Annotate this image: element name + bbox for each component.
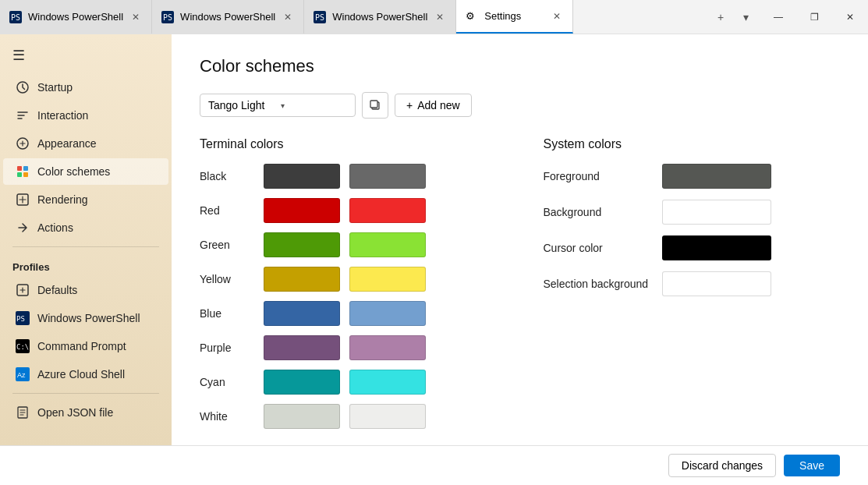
sidebar-item-startup[interactable]: Startup: [3, 74, 168, 101]
add-new-scheme-button[interactable]: + Add new: [395, 94, 472, 117]
system-color-swatch-cursor-color[interactable]: [662, 235, 771, 260]
new-tab-button[interactable]: +: [709, 5, 732, 29]
tab-icon-settings: ⚙: [466, 10, 478, 23]
color-swatch-bright-black[interactable]: [349, 164, 426, 189]
svg-text:Az: Az: [17, 371, 26, 379]
appearance-label: Appearance: [37, 137, 97, 150]
colorschemes-icon: [16, 165, 30, 179]
tab4-label: Settings: [484, 10, 544, 22]
color-label-purple: Purple: [200, 342, 254, 354]
save-button[interactable]: Save: [784, 455, 840, 476]
plus-icon: +: [406, 99, 413, 112]
svg-text:PS: PS: [11, 13, 20, 22]
color-swatch-dark-black[interactable]: [264, 164, 340, 189]
terminal-color-row: Purple: [200, 335, 497, 360]
color-swatch-bright-blue[interactable]: [349, 301, 426, 326]
appearance-icon: [16, 136, 30, 150]
sidebar-item-open-json[interactable]: Open JSON file: [3, 399, 168, 426]
rendering-label: Rendering: [37, 193, 88, 206]
system-color-swatch-foreground[interactable]: [662, 164, 771, 189]
tab-powershell-1[interactable]: PS Windows PowerShell ✕: [0, 0, 152, 34]
tab1-label: Windows PowerShell: [28, 11, 123, 23]
actions-icon: [16, 221, 30, 235]
tab3-label: Windows PowerShell: [332, 11, 427, 23]
color-label-white: White: [200, 410, 254, 423]
tab-settings[interactable]: ⚙ Settings ✕: [456, 0, 573, 34]
terminal-color-row: Red: [200, 198, 497, 223]
discard-changes-button[interactable]: Discard changes: [668, 454, 776, 477]
color-swatch-bright-purple[interactable]: [349, 335, 426, 360]
color-swatch-bright-cyan[interactable]: [349, 370, 426, 395]
scheme-dropdown[interactable]: Tango Light ▾: [200, 94, 356, 117]
terminal-colors-title: Terminal colors: [200, 137, 497, 151]
tab1-close-icon[interactable]: ✕: [129, 11, 142, 23]
maximize-button[interactable]: ❐: [796, 0, 832, 34]
system-color-label-cursor-color: Cursor color: [544, 242, 653, 254]
color-swatch-dark-red[interactable]: [264, 198, 340, 223]
color-swatch-dark-white[interactable]: [264, 404, 340, 429]
sidebar-item-windows-powershell[interactable]: PS Windows PowerShell: [3, 305, 168, 331]
tab-icon-ps1: PS: [9, 11, 22, 23]
sidebar: ☰ Startup Interaction Appearance Color s…: [0, 34, 172, 445]
titlebar: PS Windows PowerShell ✕ PS Windows Power…: [0, 0, 868, 34]
svg-rect-21: [370, 101, 377, 108]
color-swatch-dark-blue[interactable]: [264, 301, 340, 326]
json-icon: [16, 405, 30, 420]
close-button[interactable]: ✕: [832, 0, 868, 34]
sidebar-item-interaction[interactable]: Interaction: [3, 102, 168, 129]
startup-icon: [16, 80, 30, 94]
tab-powershell-3[interactable]: PS Windows PowerShell ✕: [304, 0, 456, 34]
color-swatch-dark-green[interactable]: [264, 232, 340, 257]
tab3-close-icon[interactable]: ✕: [434, 11, 446, 23]
color-swatch-dark-cyan[interactable]: [264, 370, 340, 395]
sidebar-item-command-prompt[interactable]: C:\ Command Prompt: [3, 333, 168, 359]
color-swatch-bright-green[interactable]: [349, 232, 426, 257]
terminal-color-row: White: [200, 404, 497, 429]
color-label-blue: Blue: [200, 307, 254, 320]
terminal-colors-section: Terminal colors Black Red Green Yellow B…: [200, 137, 497, 438]
hamburger-icon[interactable]: ☰: [0, 41, 172, 73]
sidebar-item-defaults[interactable]: Defaults: [3, 277, 168, 303]
system-color-row: Foreground: [544, 164, 841, 189]
titlebar-actions: + ▾: [706, 5, 760, 29]
tab4-close-icon[interactable]: ✕: [551, 10, 563, 23]
color-swatch-bright-red[interactable]: [349, 198, 426, 223]
tab-list-button[interactable]: ▾: [734, 5, 757, 29]
sidebar-item-azure-cloud-shell[interactable]: Az Azure Cloud Shell: [3, 361, 168, 388]
svg-rect-7: [17, 166, 22, 171]
sidebar-item-actions[interactable]: Actions: [3, 214, 168, 241]
window-controls: — ❐ ✕: [760, 0, 868, 34]
tab-icon-ps3: PS: [314, 11, 326, 23]
system-color-swatch-background[interactable]: [662, 200, 771, 225]
color-swatch-dark-yellow[interactable]: [264, 267, 340, 292]
bottom-bar: Discard changes Save: [0, 445, 868, 485]
minimize-button[interactable]: —: [760, 0, 796, 34]
main-layout: ☰ Startup Interaction Appearance Color s…: [0, 34, 868, 445]
colors-layout: Terminal colors Black Red Green Yellow B…: [200, 137, 840, 438]
profiles-heading: Profiles: [0, 252, 172, 276]
tab-powershell-2[interactable]: PS Windows PowerShell ✕: [152, 0, 304, 34]
svg-text:PS: PS: [163, 13, 172, 22]
tab2-close-icon[interactable]: ✕: [282, 11, 294, 23]
sidebar-divider-2: [12, 393, 159, 394]
system-color-row: Selection background: [544, 271, 841, 296]
command-prompt-label: Command Prompt: [37, 340, 126, 352]
sidebar-divider: [12, 246, 159, 247]
copy-scheme-button[interactable]: [362, 92, 388, 119]
content-area: Color schemes Tango Light ▾ + Add new Te…: [172, 34, 868, 445]
sidebar-item-color-schemes[interactable]: Color schemes: [3, 158, 168, 185]
system-colors-section: System colors Foreground Background Curs…: [544, 137, 841, 438]
tab-strip: PS Windows PowerShell ✕ PS Windows Power…: [0, 0, 706, 34]
sidebar-item-appearance[interactable]: Appearance: [3, 130, 168, 157]
color-swatch-bright-white[interactable]: [349, 404, 426, 429]
color-label-cyan: Cyan: [200, 376, 254, 388]
interaction-label: Interaction: [37, 109, 88, 122]
interaction-icon: [16, 108, 30, 122]
color-swatch-dark-purple[interactable]: [264, 335, 340, 360]
system-color-swatch-selection-background[interactable]: [662, 271, 771, 296]
rendering-icon: [16, 193, 30, 207]
sidebar-item-rendering[interactable]: Rendering: [3, 186, 168, 213]
svg-rect-9: [17, 172, 22, 177]
color-swatch-bright-yellow[interactable]: [349, 267, 426, 292]
ps-profile-icon: PS: [16, 311, 30, 325]
